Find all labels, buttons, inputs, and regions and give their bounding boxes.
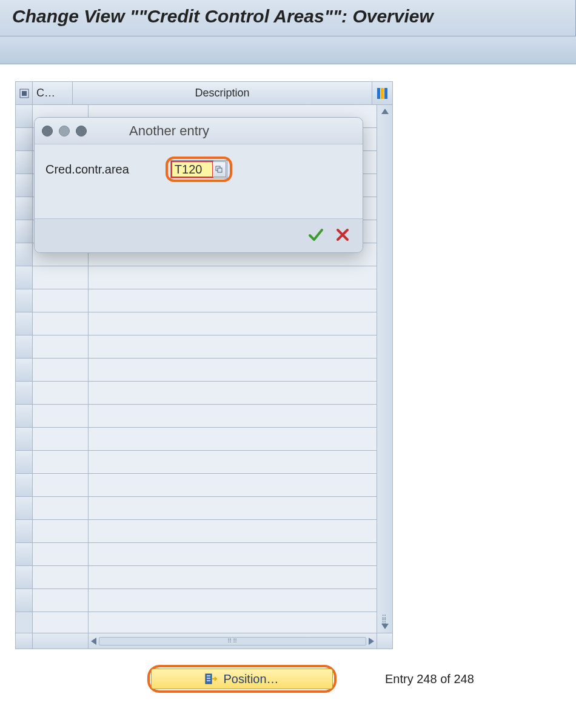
- row-selector[interactable]: [16, 405, 32, 428]
- dialog-titlebar[interactable]: Another entry: [35, 118, 363, 144]
- svg-rect-10: [218, 168, 222, 172]
- select-all-icon: [19, 89, 29, 98]
- position-label: Position…: [223, 672, 278, 686]
- search-help-button[interactable]: [213, 161, 226, 177]
- entry-counter: Entry 248 of 248: [385, 672, 474, 686]
- page-title: Change View ""Credit Control Areas"": Ov…: [0, 0, 576, 36]
- table-header: C… Description: [16, 82, 392, 105]
- row-selector[interactable]: [16, 266, 32, 289]
- row-selector[interactable]: [16, 359, 32, 382]
- vertical-scrollbar[interactable]: ⠿⠿: [377, 105, 392, 633]
- dialog-title: Another entry: [129, 123, 209, 139]
- row-selector[interactable]: [16, 382, 32, 405]
- svg-rect-3: [381, 88, 384, 99]
- another-entry-dialog: Another entry Cred.contr.area T120: [34, 117, 363, 253]
- position-highlight: Position…: [147, 665, 337, 693]
- svg-rect-2: [377, 88, 380, 99]
- row-selector[interactable]: [16, 566, 32, 589]
- svg-rect-8: [207, 680, 210, 681]
- table-settings-icon: [377, 88, 388, 99]
- scroll-track[interactable]: ⠿⠿: [99, 637, 366, 645]
- row-selector[interactable]: [16, 197, 32, 220]
- svg-rect-7: [207, 678, 210, 679]
- row-selector[interactable]: [16, 312, 32, 335]
- row-selector[interactable]: [16, 220, 32, 243]
- row-selector[interactable]: [16, 105, 32, 128]
- row-selector[interactable]: [16, 243, 32, 266]
- scroll-grip-icon[interactable]: ⠿⠿: [381, 616, 388, 624]
- input-highlight: T120: [166, 157, 232, 182]
- scroll-right-icon[interactable]: [369, 638, 374, 645]
- row-selector[interactable]: [16, 474, 32, 497]
- column-header-description[interactable]: Description: [73, 82, 372, 104]
- row-selector[interactable]: [16, 451, 32, 474]
- row-selector[interactable]: [16, 174, 32, 197]
- svg-rect-4: [384, 88, 387, 99]
- row-selector[interactable]: [16, 520, 32, 543]
- cancel-button[interactable]: [335, 227, 350, 245]
- horizontal-scrollbar[interactable]: ⠿⠿: [89, 633, 377, 649]
- svg-rect-1: [22, 91, 27, 96]
- scroll-down-icon[interactable]: [381, 624, 389, 629]
- table-settings-button[interactable]: [372, 82, 392, 104]
- row-selector[interactable]: [16, 497, 32, 520]
- position-icon: [205, 673, 217, 685]
- row-selector[interactable]: [16, 543, 32, 566]
- close-icon: [335, 227, 350, 243]
- row-selector[interactable]: [16, 128, 32, 151]
- row-selector[interactable]: [16, 335, 32, 359]
- position-button[interactable]: Position…: [151, 669, 333, 689]
- window-close-dot[interactable]: [42, 126, 53, 136]
- row-selector[interactable]: [16, 589, 32, 612]
- scroll-left-icon[interactable]: [91, 638, 96, 645]
- row-selector-column: [16, 105, 33, 633]
- checkmark-icon: [308, 227, 324, 243]
- scroll-up-icon[interactable]: [381, 109, 389, 114]
- select-all-button[interactable]: [16, 82, 33, 104]
- field-label-cred-contr-area: Cred.contr.area: [45, 163, 129, 177]
- toolbar: [0, 36, 576, 64]
- window-minimize-dot[interactable]: [59, 126, 70, 136]
- row-selector[interactable]: [16, 428, 32, 451]
- svg-rect-6: [207, 675, 210, 676]
- ok-button[interactable]: [308, 227, 324, 245]
- cred-contr-area-input[interactable]: T120: [172, 161, 213, 177]
- row-selector[interactable]: [16, 289, 32, 312]
- row-selector[interactable]: [16, 151, 32, 174]
- column-header-code[interactable]: C…: [33, 82, 73, 104]
- window-zoom-dot[interactable]: [76, 126, 87, 136]
- search-help-icon: [215, 166, 223, 173]
